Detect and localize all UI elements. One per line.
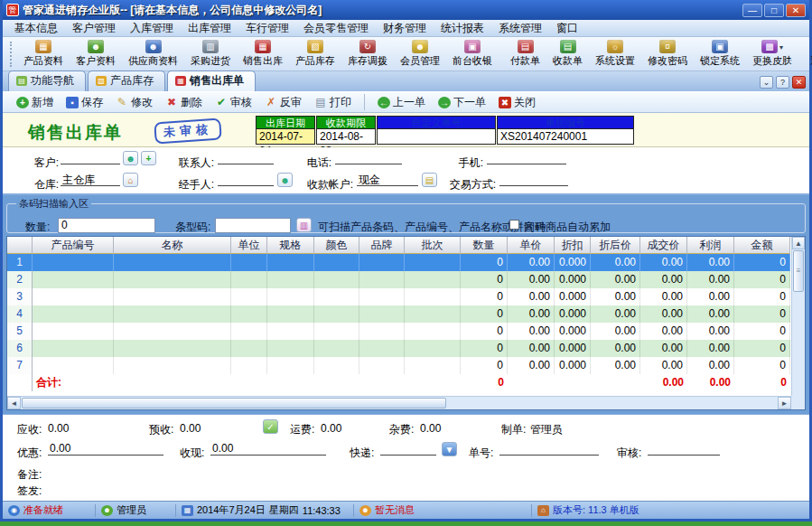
- grid-cell[interactable]: 0.00: [640, 323, 687, 340]
- toolbar-button-lock-system[interactable]: ▣锁定系统: [694, 38, 746, 70]
- row-number-cell[interactable]: 2: [7, 271, 33, 288]
- grid-cell[interactable]: [314, 305, 359, 323]
- grid-cell[interactable]: [231, 357, 267, 374]
- menu-item-0[interactable]: 基本信息: [8, 19, 64, 38]
- doc-save-button[interactable]: ▪保存: [61, 93, 107, 112]
- grid-cell[interactable]: 0.000: [555, 340, 591, 357]
- maximize-button[interactable]: □: [764, 4, 784, 17]
- toolbar-button-pos-cashier[interactable]: ▣前台收银: [446, 38, 499, 70]
- scroll-up-icon[interactable]: ▲: [792, 237, 805, 249]
- grid-cell[interactable]: 0.00: [508, 340, 555, 357]
- grid-header-7[interactable]: 数量: [461, 237, 508, 254]
- grid-horizontal-scrollbar[interactable]: ◄ ►: [7, 396, 791, 409]
- toolbar-button-purchase-in[interactable]: ▥采购进货: [184, 38, 237, 70]
- row-number-cell[interactable]: 6: [7, 340, 33, 357]
- auditor-input[interactable]: [648, 442, 720, 456]
- grid-cell[interactable]: [114, 305, 231, 323]
- tabs-scroll-down-icon[interactable]: ⌄: [760, 76, 773, 89]
- menu-item-3[interactable]: 出库管理: [182, 19, 238, 38]
- grid-cell[interactable]: 0.00: [640, 305, 687, 323]
- grid-cell[interactable]: 0.00: [508, 357, 555, 374]
- grid-cell[interactable]: [405, 323, 461, 340]
- grid-cell[interactable]: [33, 254, 114, 271]
- toolbar-button-product-stock[interactable]: ▧产品库存: [289, 38, 341, 70]
- doc-close-order-button[interactable]: ✖关闭: [494, 93, 540, 112]
- trade-input[interactable]: [499, 173, 568, 186]
- grid-cell[interactable]: [231, 305, 267, 323]
- grid-cell[interactable]: 0.000: [555, 357, 591, 374]
- grid-header-8[interactable]: 单价: [508, 237, 555, 254]
- grid-cell[interactable]: 0: [461, 305, 508, 323]
- grid-cell[interactable]: [33, 288, 114, 305]
- grid-cell[interactable]: 0: [461, 271, 508, 288]
- customer-input[interactable]: [61, 151, 120, 164]
- row-number-cell[interactable]: 7: [7, 357, 33, 374]
- grid-cell[interactable]: 0.00: [508, 271, 555, 288]
- grid-cell[interactable]: 0.00: [640, 340, 687, 357]
- scroll-left-icon[interactable]: ◄: [7, 397, 21, 409]
- tab-product-stock[interactable]: ▧产品库存: [88, 70, 165, 91]
- grid-cell[interactable]: [114, 254, 231, 271]
- toolbar-button-supplier-data[interactable]: ☻供应商资料: [122, 38, 184, 70]
- grid-cell[interactable]: 0: [734, 254, 790, 271]
- grid-cell[interactable]: [231, 271, 267, 288]
- toolbar-button-change-skin[interactable]: ▩▾更换皮肤: [746, 38, 798, 70]
- grid-cell[interactable]: 0: [734, 305, 790, 323]
- barcode-code-input[interactable]: [215, 218, 291, 233]
- discount-input[interactable]: 0.00: [48, 442, 163, 456]
- menu-item-6[interactable]: 财务管理: [377, 19, 433, 38]
- grid-cell[interactable]: [314, 288, 359, 305]
- grid-cell[interactable]: [267, 288, 314, 305]
- grid-header-2[interactable]: 单位: [231, 237, 267, 254]
- grid-cell[interactable]: 0.00: [508, 254, 555, 271]
- express-input[interactable]: [380, 442, 436, 456]
- grid-cell[interactable]: [114, 357, 231, 374]
- grid-cell[interactable]: [33, 340, 114, 357]
- doc-next-order-button[interactable]: →下一单: [434, 93, 490, 112]
- grid-cell[interactable]: 0.00: [640, 357, 687, 374]
- grid-header-0[interactable]: 产品编号: [33, 237, 114, 254]
- row-number-cell[interactable]: 4: [7, 305, 33, 323]
- row-number-cell[interactable]: 1: [7, 254, 33, 271]
- grid-cell[interactable]: 0.000: [555, 288, 591, 305]
- grid-cell[interactable]: [33, 357, 114, 374]
- grid-cell[interactable]: [231, 288, 267, 305]
- grid-cell[interactable]: 0.00: [591, 340, 640, 357]
- grid-cell[interactable]: 0.000: [555, 271, 591, 288]
- grid-cell[interactable]: 0.00: [687, 288, 734, 305]
- grid-cell[interactable]: 0.00: [640, 288, 687, 305]
- toolbar-button-member-mgmt[interactable]: ☻会员管理: [394, 38, 446, 70]
- grid-cell[interactable]: 0.00: [687, 340, 734, 357]
- account-select-icon[interactable]: ▤: [422, 173, 437, 187]
- handler-input[interactable]: [218, 173, 274, 186]
- grid-cell[interactable]: [267, 323, 314, 340]
- doc-edit-button[interactable]: ✎修改: [111, 93, 157, 112]
- grid-cell[interactable]: 0.00: [591, 254, 640, 271]
- express-select-icon[interactable]: ▼: [442, 442, 457, 456]
- mobile-input[interactable]: [487, 151, 566, 164]
- grid-cell[interactable]: 0.00: [591, 357, 640, 374]
- grid-cell[interactable]: [267, 254, 314, 271]
- grid-cell[interactable]: [359, 254, 405, 271]
- grid-cell[interactable]: [359, 288, 405, 305]
- cash-input[interactable]: 0.00: [210, 442, 326, 456]
- grid-cell[interactable]: [231, 340, 267, 357]
- toolbar-grip[interactable]: [10, 42, 13, 67]
- status-message[interactable]: 暂无消息: [375, 503, 415, 517]
- grid-cell[interactable]: 0.00: [508, 323, 555, 340]
- toolbar-button-receipt-bill[interactable]: ▤收款单: [546, 38, 589, 70]
- grid-cell[interactable]: [359, 357, 405, 374]
- grid-cell[interactable]: [267, 305, 314, 323]
- doc-audit-button[interactable]: ✔审核: [210, 93, 257, 112]
- grid-cell[interactable]: 0: [734, 288, 790, 305]
- menu-item-9[interactable]: 窗口: [550, 19, 584, 38]
- toolbar-button-payment-bill[interactable]: ▤付款单: [504, 38, 546, 70]
- toolbar-button-sales-out[interactable]: ▦销售出库: [237, 38, 289, 70]
- row-number-cell[interactable]: 3: [7, 288, 33, 305]
- grid-cell[interactable]: 0.00: [687, 323, 734, 340]
- grid-cell[interactable]: 0.000: [555, 323, 591, 340]
- header-box-value[interactable]: 2014-07-24: [256, 128, 315, 145]
- toolbar-button-system-settings[interactable]: ☼系统设置: [589, 38, 641, 70]
- menu-item-1[interactable]: 客户管理: [66, 19, 122, 38]
- grid-cell[interactable]: [114, 288, 231, 305]
